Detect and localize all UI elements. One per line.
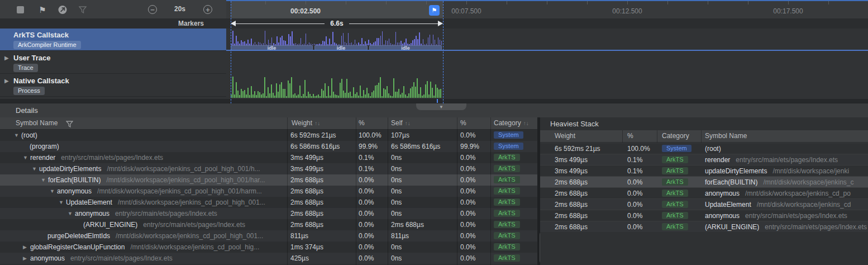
activity-spike	[276, 83, 277, 98]
add-marker-button[interactable]: ⚑	[38, 5, 47, 14]
heaviest-row[interactable]: 6s 592ms 21µs100.0%System(root)	[540, 143, 868, 154]
expand-arrow-icon[interactable]: ▼	[32, 166, 39, 172]
weight-cell: 2ms 688µs	[555, 178, 588, 186]
activity-spike	[343, 33, 344, 45]
activity-spike	[392, 96, 393, 98]
activity-spike	[361, 96, 363, 98]
activity-spike	[251, 39, 252, 45]
stop-recording-button[interactable]	[16, 5, 25, 14]
activity-spike	[236, 36, 237, 45]
activity-spike	[322, 41, 323, 46]
symbol-name: updateDirtyElements	[705, 167, 767, 175]
collapse-arrow-icon[interactable]: ▶	[23, 244, 30, 250]
zoom-out-button[interactable]: −	[148, 5, 157, 14]
time-ruler[interactable]: 00:02.500 00:07.500 00:12.500 00:17.500 …	[226, 0, 868, 18]
expand-arrow-icon[interactable]: ▼	[14, 132, 21, 138]
activity-spike	[291, 77, 292, 98]
heaviest-row[interactable]: 2ms 688µs0.0%ArkTSforEach(BUILTIN)/mnt/d…	[540, 176, 868, 187]
selection-start-guide[interactable]	[231, 1, 231, 103]
self-cell: 0ns	[391, 198, 402, 206]
activity-spike	[296, 96, 297, 98]
weight-cell: 6s 592ms 21µs	[555, 145, 600, 153]
native-callstack-chart[interactable]	[231, 75, 443, 98]
activity-spike	[288, 34, 289, 45]
track-row-user-trace[interactable]: ▶ User Trace Trace	[0, 51, 226, 74]
activity-spike	[430, 35, 431, 45]
activity-spike	[331, 78, 332, 98]
activity-spike	[318, 94, 319, 98]
self-pct-cell: 0.0%	[460, 243, 475, 251]
self-cell: 107µs	[391, 131, 409, 139]
chevron-right-icon[interactable]: ▶	[4, 55, 9, 61]
symbol-path: /mnt/disk/workspace/jenkins_cd_pool_hig.…	[130, 243, 259, 251]
activity-spike	[261, 94, 262, 98]
zoom-in-button[interactable]: +	[203, 5, 212, 14]
weight-pct-cell: 99.9%	[359, 143, 378, 150]
track-row-arkts-callstack[interactable]: ArkTS Callstack ArkCompiler Runtime	[0, 29, 226, 51]
column-header-weight[interactable]: Weight	[555, 132, 575, 140]
ruler-tick	[466, 1, 467, 4]
category-cell: ArkTS	[494, 198, 520, 206]
sort-icon: ↑↓	[405, 120, 411, 126]
heaviest-row[interactable]: 2ms 688µs0.0%ArkTSanonymousentry/src/mai…	[540, 210, 868, 221]
pct-cell: 0.0%	[627, 190, 642, 197]
column-header-pct[interactable]: %	[359, 119, 365, 127]
column-header-category[interactable]: Category	[662, 132, 689, 140]
activity-spike	[242, 91, 244, 98]
heaviest-row[interactable]: 3ms 499µs0.1%ArkTSrerenderentry/src/main…	[540, 154, 868, 165]
activity-spike	[266, 96, 267, 98]
column-separator	[657, 130, 657, 143]
symbol-path: entry/src/main/ets/pages/Index.ets	[143, 221, 245, 229]
call-tree-table: Symbol Name Weight↑↓ % Self↑↓ % Category…	[0, 117, 537, 265]
track-name: ArkTS Callstack	[13, 31, 69, 39]
expand-arrow-icon[interactable]: ▼	[50, 188, 57, 194]
activity-spike	[321, 89, 322, 98]
column-separator	[356, 117, 356, 265]
weight-cell: 2ms 688µs	[555, 223, 588, 231]
expand-arrow-icon[interactable]: ▼	[68, 211, 75, 216]
symbol-filter-icon[interactable]	[66, 121, 73, 127]
filter-button[interactable]	[78, 5, 87, 14]
activity-spike	[247, 40, 249, 45]
column-header-self[interactable]: Self↑↓	[391, 119, 411, 127]
collapse-details-handle[interactable]: ▼	[416, 103, 466, 110]
weight-cell: 425µs	[290, 254, 309, 262]
capture-button[interactable]	[58, 5, 67, 14]
symbol-name: (program)	[30, 143, 59, 150]
ruler-selection-region[interactable]	[231, 0, 443, 18]
column-header-category[interactable]: Category↑↓	[494, 119, 529, 127]
column-header-symbol[interactable]: Symbol Name	[705, 132, 747, 140]
heaviest-row[interactable]: 2ms 688µs0.0%ArkTS(ARKUI_ENGINE)entry/sr…	[540, 221, 868, 232]
activity-spike	[355, 94, 356, 98]
weight-cell: 3ms 499µs	[290, 154, 323, 162]
selection-duration: 6.6s	[325, 20, 349, 27]
activity-spike	[407, 96, 408, 98]
expand-arrow-icon[interactable]: ▼	[41, 177, 48, 183]
self-pct-cell: 0.0%	[460, 176, 475, 184]
column-header-self-pct[interactable]: %	[460, 119, 466, 127]
column-header-pct[interactable]: %	[627, 132, 633, 140]
selection-end-guide[interactable]	[443, 1, 443, 103]
heaviest-row[interactable]: 3ms 499µs0.1%ArkTSupdateDirtyElements/mn…	[540, 165, 868, 176]
arkts-callstack-chart[interactable]	[231, 30, 443, 45]
category-cell: ArkTS	[662, 189, 688, 197]
column-header-weight[interactable]: Weight↑↓	[292, 119, 320, 127]
activity-spike	[351, 96, 352, 98]
column-header-symbol[interactable]: Symbol Name	[16, 119, 58, 127]
activity-spike	[440, 89, 441, 98]
track-labels-panel: ArkTS Callstack ArkCompiler Runtime ▶ Us…	[0, 29, 226, 99]
column-separator	[457, 117, 457, 265]
timeline-flag-marker[interactable]: ⚑	[429, 5, 440, 16]
expand-arrow-icon[interactable]: ▼	[23, 155, 30, 160]
weight-pct-cell: 0.0%	[359, 243, 374, 251]
selection-span[interactable]: 6.6s	[231, 18, 443, 29]
collapse-arrow-icon[interactable]: ▶	[23, 255, 30, 261]
heaviest-row[interactable]: 2ms 688µs0.0%ArkTSanonymous/mnt/disk/wor…	[540, 187, 868, 198]
tick-label: 00:12.500	[612, 7, 642, 15]
self-cell: 0ns	[391, 243, 402, 251]
activity-spike	[234, 94, 235, 98]
track-row-native-callstack[interactable]: ▶ Native Callstack Process	[0, 74, 226, 97]
chevron-right-icon[interactable]: ▶	[4, 78, 9, 84]
expand-arrow-icon[interactable]: ▼	[59, 200, 66, 205]
heaviest-row[interactable]: 2ms 688µs0.0%ArkTSUpdateElement/mnt/disk…	[540, 198, 868, 210]
